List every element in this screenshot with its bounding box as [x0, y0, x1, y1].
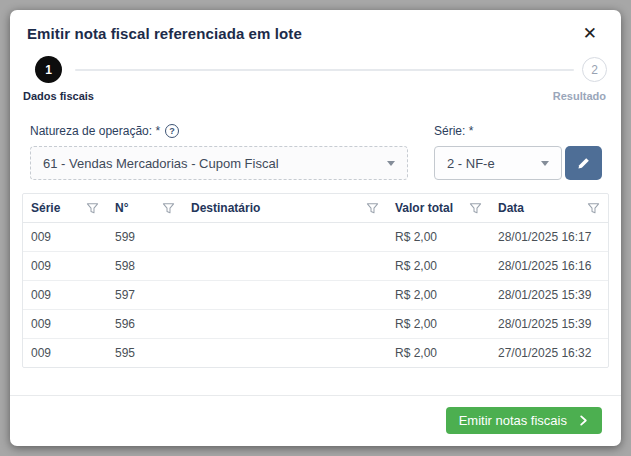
cell-numero: 599: [107, 223, 183, 251]
serie-label: Série: *: [434, 124, 602, 138]
cell-serie: 009: [23, 252, 107, 280]
emitir-nota-fiscal-modal: Emitir nota fiscal referenciada em lote …: [10, 10, 621, 446]
pencil-icon: [576, 156, 591, 171]
cell-data: 28/01/2025 15:39: [490, 310, 608, 338]
emitir-notas-fiscais-button[interactable]: Emitir notas fiscais: [446, 407, 602, 434]
column-header-numero: N°: [107, 194, 183, 222]
cell-numero: 596: [107, 310, 183, 338]
natureza-operacao-select[interactable]: 61 - Vendas Mercadorias - Cupom Fiscal: [30, 146, 408, 180]
chevron-down-icon: [387, 161, 395, 166]
filter-icon[interactable]: [469, 202, 482, 215]
wizard-stepper: 1 2 Dados fiscais Resultado: [10, 54, 621, 102]
table-row: 009 596 R$ 2,00 28/01/2025 15:39: [23, 310, 608, 339]
column-header-serie: Série: [23, 194, 107, 222]
cell-numero: 597: [107, 281, 183, 309]
cell-valor-total: R$ 2,00: [387, 310, 490, 338]
modal-footer: Emitir notas fiscais: [10, 395, 621, 446]
filter-icon[interactable]: [587, 202, 600, 215]
cell-valor-total: R$ 2,00: [387, 252, 490, 280]
cell-data: 28/01/2025 15:39: [490, 281, 608, 309]
cell-serie: 009: [23, 339, 107, 367]
cell-data: 28/01/2025 16:17: [490, 223, 608, 251]
table-header-row: Série N° Destinatário Valor total Data: [23, 194, 608, 223]
help-icon[interactable]: ?: [165, 124, 179, 138]
table-row: 009 597 R$ 2,00 28/01/2025 15:39: [23, 281, 608, 310]
cell-data: 27/01/2025 16:32: [490, 339, 608, 367]
natureza-operacao-value: 61 - Vendas Mercadorias - Cupom Fiscal: [43, 156, 279, 171]
close-icon[interactable]: ✕: [579, 23, 601, 44]
modal-header: Emitir nota fiscal referenciada em lote …: [10, 10, 621, 54]
column-header-data: Data: [490, 194, 608, 222]
cell-numero: 598: [107, 252, 183, 280]
edit-serie-button[interactable]: [565, 146, 602, 180]
notas-table: Série N° Destinatário Valor total Data: [22, 193, 609, 368]
column-header-valor-total: Valor total: [387, 194, 490, 222]
step-1-label: Dados fiscais: [23, 90, 94, 102]
cell-serie: 009: [23, 310, 107, 338]
cell-valor-total: R$ 2,00: [387, 223, 490, 251]
fiscal-data-form: Natureza de operação: * ? 61 - Vendas Me…: [10, 102, 621, 180]
cell-valor-total: R$ 2,00: [387, 281, 490, 309]
step-1-indicator: 1: [35, 56, 62, 83]
filter-icon[interactable]: [366, 202, 379, 215]
cell-destinatario: [183, 346, 387, 360]
modal-title: Emitir nota fiscal referenciada em lote: [27, 25, 302, 42]
stepper-connector-line: [75, 69, 574, 71]
column-header-destinatario: Destinatário: [183, 194, 387, 222]
chevron-right-icon: [578, 415, 589, 426]
filter-icon[interactable]: [162, 202, 175, 215]
cell-serie: 009: [23, 223, 107, 251]
cell-destinatario: [183, 317, 387, 331]
table-row: 009 598 R$ 2,00 28/01/2025 16:16: [23, 252, 608, 281]
natureza-operacao-label: Natureza de operação: * ?: [30, 124, 408, 138]
cell-numero: 595: [107, 339, 183, 367]
table-row: 009 595 R$ 2,00 27/01/2025 16:32: [23, 339, 608, 367]
cell-destinatario: [183, 288, 387, 302]
table-row: 009 599 R$ 2,00 28/01/2025 16:17: [23, 223, 608, 252]
step-2-indicator: 2: [582, 57, 607, 82]
serie-select[interactable]: 2 - NF-e: [434, 146, 562, 180]
chevron-down-icon: [541, 161, 549, 166]
cell-serie: 009: [23, 281, 107, 309]
serie-value: 2 - NF-e: [447, 156, 495, 171]
cell-destinatario: [183, 259, 387, 273]
cell-data: 28/01/2025 16:16: [490, 252, 608, 280]
step-2-label: Resultado: [553, 90, 606, 102]
cell-valor-total: R$ 2,00: [387, 339, 490, 367]
cell-destinatario: [183, 230, 387, 244]
filter-icon[interactable]: [86, 202, 99, 215]
